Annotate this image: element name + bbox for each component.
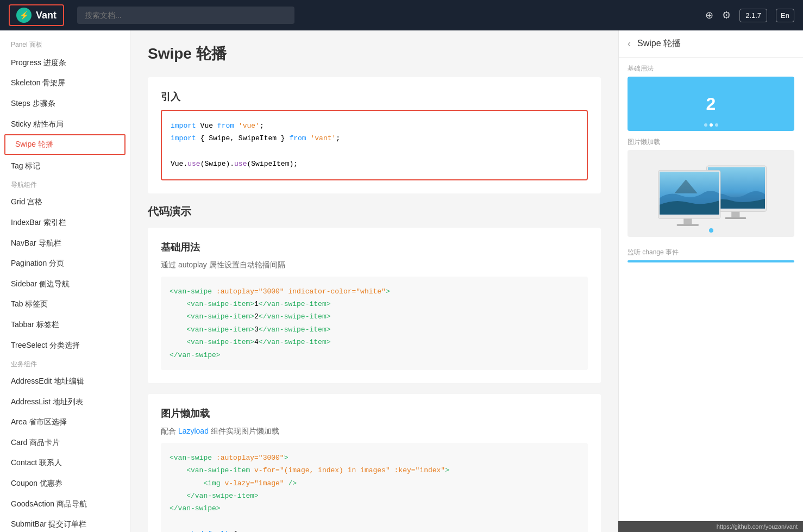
- basic-desc: 通过 autoplay 属性设置自动轮播间隔: [161, 260, 588, 270]
- image-swipe-dot[interactable]: [709, 228, 713, 233]
- img-code-line-6: export default {: [170, 528, 579, 532]
- img-code-line-3: <img v-lazy="image" />: [170, 477, 579, 490]
- sidebar-item-card[interactable]: Card 商品卡片: [0, 433, 130, 453]
- sidebar-item-treeselect[interactable]: TreeSelect 分类选择: [0, 335, 130, 356]
- layout: Panel 面板 Progress 进度条 Skeleton 骨架屏 Steps…: [0, 30, 803, 532]
- preview-basic-label: 基础用法: [619, 58, 803, 77]
- sidebar-item-area[interactable]: Area 省市区选择: [0, 412, 130, 433]
- svg-rect-3: [725, 217, 746, 219]
- img-code-line-4: </van-swipe-item>: [170, 490, 579, 502]
- sidebar-item-addresslist[interactable]: AddressList 地址列表: [0, 392, 130, 412]
- image-title: 图片懒加载: [161, 407, 588, 420]
- sidebar-item-steps[interactable]: Steps 步骤条: [0, 93, 130, 114]
- slide-number: 2: [706, 94, 716, 114]
- sidebar-item-coupon[interactable]: Coupon 优惠券: [0, 473, 130, 494]
- version-selector[interactable]: 2.1.7: [739, 9, 767, 22]
- img-code-line-1: <van-swipe :autoplay="3000">: [170, 452, 579, 464]
- logo-text: Vant: [36, 10, 57, 21]
- svg-rect-6: [683, 219, 692, 224]
- swipe-dot-3[interactable]: [715, 123, 718, 127]
- logo-icon: ⚡: [16, 8, 32, 23]
- preview-panel: ‹ Swipe 轮播 基础用法 2 图片懒加载: [618, 30, 803, 532]
- basic-code-line-5: <van-swipe-item>4</van-swipe-item>: [170, 336, 579, 348]
- basic-title: 基础用法: [161, 241, 588, 254]
- sidebar-item-panel[interactable]: Panel 面板: [0, 37, 130, 53]
- swipe-dot-1[interactable]: [704, 123, 707, 127]
- sidebar-item-tab[interactable]: Tab 标签页: [0, 294, 130, 315]
- code-line-2: import { Swipe, SwipeItem } from 'vant';: [171, 132, 578, 145]
- code-line-3: Vue.use(Swipe).use(SwipeItem);: [171, 158, 578, 170]
- image-desc: 配合 Lazyload 组件实现图片懒加载: [161, 427, 588, 436]
- sidebar-item-submitbar[interactable]: SubmitBar 提交订单栏: [0, 514, 130, 532]
- search-input[interactable]: [77, 7, 294, 24]
- basic-code-line-1: <van-swipe :autoplay="3000" indicator-co…: [170, 285, 579, 298]
- code-line-1: import Vue from 'vue';: [171, 120, 578, 132]
- sidebar-item-grid[interactable]: Grid 宫格: [0, 192, 130, 212]
- img-code-line-2: <van-swipe-item v-for="(image, index) in…: [170, 464, 579, 477]
- preview-header: ‹ Swipe 轮播: [619, 30, 803, 58]
- sidebar-item-swipe[interactable]: Swipe 轮播: [4, 134, 126, 155]
- language-toggle[interactable]: En: [776, 9, 794, 22]
- sidebar-item-addressedit[interactable]: AddressEdit 地址编辑: [0, 371, 130, 392]
- sidebar-item-skeleton[interactable]: Skeleton 骨架屏: [0, 73, 130, 93]
- img-code-line-5: </van-swipe>: [170, 502, 579, 515]
- basic-section: 基础用法 通过 autoplay 属性设置自动轮播间隔 <van-swipe :…: [148, 228, 601, 383]
- sidebar-item-tabbar[interactable]: Tabbar 标签栏: [0, 315, 130, 335]
- image-section: 图片懒加载 配合 Lazyload 组件实现图片懒加载 <van-swipe :…: [148, 394, 601, 532]
- image-code: <van-swipe :autoplay="3000"> <van-swipe-…: [161, 443, 588, 532]
- demo-title: 代码演示: [148, 204, 601, 219]
- sidebar-item-sidebar-nav[interactable]: Sidebar 侧边导航: [0, 274, 130, 295]
- preview-listen-bar: [628, 260, 794, 262]
- preview-back-button[interactable]: ‹: [628, 38, 631, 49]
- preview-image-swipe[interactable]: [628, 150, 794, 237]
- sidebar-item-navbar[interactable]: NavBar 导航栏: [0, 233, 130, 254]
- link-icon[interactable]: ⊕: [705, 9, 713, 21]
- sidebar-item-indexbar[interactable]: IndexBar 索引栏: [0, 212, 130, 233]
- sidebar-item-progress[interactable]: Progress 进度条: [0, 53, 130, 73]
- svg-rect-7: [676, 224, 699, 226]
- sidebar-item-sticky[interactable]: Sticky 粘性布局: [0, 114, 130, 135]
- basic-code-line-3: <van-swipe-item>2</van-swipe-item>: [170, 310, 579, 323]
- sidebar-item-tag[interactable]: Tag 标记: [0, 156, 130, 177]
- intro-code: import Vue from 'vue'; import { Swipe, S…: [161, 110, 588, 180]
- preview-swipe-basic[interactable]: 2: [628, 77, 794, 131]
- preview-listen-label: 监听 change 事件: [619, 241, 803, 260]
- navbar-right: ⊕ ⚙ 2.1.7 En: [705, 9, 794, 22]
- swipe-dots: [704, 123, 718, 127]
- basic-code-line-6: </van-swipe>: [170, 349, 579, 361]
- preview-title: Swipe 轮播: [637, 38, 681, 49]
- page-title: Swipe 轮播: [148, 43, 601, 64]
- swipe-dot-2[interactable]: [710, 123, 713, 127]
- basic-code-line-2: <van-swipe-item>1</van-swipe-item>: [170, 298, 579, 310]
- biz-section-label: 业务组件: [0, 355, 130, 371]
- nav-section-label: 导航组件: [0, 176, 130, 192]
- navbar: ⚡ Vant ⊕ ⚙ 2.1.7 En: [0, 0, 803, 30]
- sidebar-item-goodsaction[interactable]: GoodsAction 商品导航: [0, 494, 130, 515]
- sidebar: Panel 面板 Progress 进度条 Skeleton 骨架屏 Steps…: [0, 30, 130, 532]
- intro-section: 引入 import Vue from 'vue'; import { Swipe…: [148, 77, 601, 193]
- svg-rect-2: [731, 212, 739, 217]
- sidebar-item-pagination[interactable]: Pagination 分页: [0, 253, 130, 274]
- logo-button[interactable]: ⚡ Vant: [9, 4, 64, 26]
- sidebar-item-contact[interactable]: Contact 联系人: [0, 453, 130, 473]
- monitor-illustration: [651, 157, 771, 230]
- intro-title: 引入: [161, 90, 588, 103]
- github-icon[interactable]: ⚙: [722, 9, 731, 21]
- basic-code: <van-swipe :autoplay="3000" indicator-co…: [161, 277, 588, 370]
- basic-code-line-4: <van-swipe-item>3</van-swipe-item>: [170, 323, 579, 336]
- preview-image-label: 图片懒加载: [619, 131, 803, 150]
- main-content: Swipe 轮播 引入 import Vue from 'vue'; impor…: [130, 30, 618, 532]
- url-bar: https://github.com/youzan/vant: [618, 521, 803, 532]
